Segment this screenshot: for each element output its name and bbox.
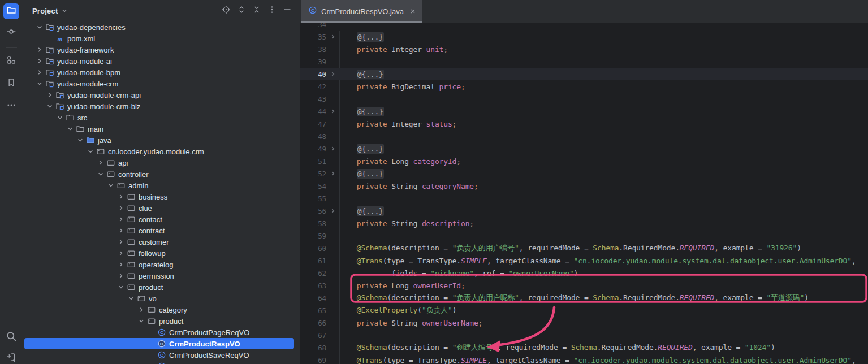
package-icon	[137, 294, 146, 303]
code-line-34: 34	[300, 23, 868, 31]
search-icon	[6, 331, 17, 344]
collapse-all-button[interactable]	[252, 6, 261, 15]
tree-item-yudao-module-ai[interactable]: yudao-module-ai	[23, 55, 300, 67]
tree-item-label: yudao-dependencies	[57, 23, 126, 32]
tree-item-item[interactable]: C	[23, 361, 300, 364]
tree-item-controller[interactable]: controller	[23, 168, 300, 180]
code-editor[interactable]: 3435 @{...}38 private Integer unit;3940 …	[300, 23, 868, 364]
tab-crmproductrespvo[interactable]: C CrmProductRespVO.java	[301, 0, 422, 23]
chevron-down-icon[interactable]	[76, 136, 85, 145]
line-number: 34	[300, 23, 326, 29]
chevron-right-icon[interactable]	[116, 192, 126, 201]
fold-arrow-icon[interactable]	[326, 170, 339, 177]
tree-item-contact[interactable]: contact	[23, 214, 300, 225]
chevron-right-icon[interactable]	[96, 158, 105, 167]
project-panel-title[interactable]: Project	[32, 7, 58, 15]
commit-icon	[6, 27, 16, 39]
hide-panel-button[interactable]	[283, 6, 292, 15]
chevron-down-icon[interactable]	[35, 79, 44, 88]
tree-item-contract[interactable]: contract	[23, 225, 300, 236]
tree-item-yudao-module-crm-api[interactable]: yudao-module-crm-api	[23, 89, 300, 101]
line-number: 61	[300, 257, 326, 265]
chevron-right-icon[interactable]	[116, 215, 126, 224]
chevron-down-icon[interactable]	[66, 124, 75, 133]
code-line-54: 54 private String categoryName;	[300, 180, 868, 192]
chevron-right-icon[interactable]	[116, 249, 126, 258]
chevron-down-icon[interactable]	[35, 23, 44, 32]
code-text: @{...}	[339, 70, 384, 79]
tree-item-operatelog[interactable]: operatelog	[23, 259, 300, 270]
tree-item-yudao-module-crm-biz[interactable]: yudao-module-crm-biz	[23, 101, 300, 112]
chevron-down-icon[interactable]	[96, 170, 105, 179]
chevron-right-icon[interactable]	[116, 271, 126, 280]
tree-item-label: src	[77, 114, 87, 122]
chevron-down-icon[interactable]	[61, 7, 68, 15]
tree-item-followup[interactable]: followup	[23, 248, 300, 259]
project-tree[interactable]: yudao-dependenciesmpom.xmlyudao-framewor…	[23, 21, 300, 364]
chevron-right-icon[interactable]	[35, 45, 44, 54]
tree-item-permission[interactable]: permission	[23, 270, 300, 281]
tree-item-admin[interactable]: admin	[23, 180, 300, 191]
chevron-down-icon[interactable]	[55, 113, 64, 122]
tree-item-cn-iocoder-yudao-module-crm[interactable]: cn.iocoder.yudao.module.crm	[23, 146, 300, 157]
tree-item-yudao-framework[interactable]: yudao-framework	[23, 44, 300, 55]
tree-item-clue[interactable]: clue	[23, 202, 300, 214]
svg-text:C: C	[160, 330, 163, 335]
structure-tool-button[interactable]	[3, 53, 19, 69]
project-tool-button[interactable]	[3, 3, 19, 19]
fold-arrow-icon[interactable]	[326, 107, 339, 115]
code-text: @Trans(type = TransType.SIMPLE, targetCl…	[339, 257, 856, 265]
fold-arrow-icon[interactable]	[326, 70, 339, 78]
chevron-down-icon[interactable]	[106, 181, 115, 190]
chevron-down-icon[interactable]	[116, 283, 126, 292]
chevron-right-icon[interactable]	[116, 203, 126, 213]
tree-item-src[interactable]: src	[23, 112, 300, 123]
tree-item-crmproductrespvo[interactable]: CCrmProductRespVO	[23, 338, 300, 349]
code-line-48: 48	[300, 130, 868, 142]
select-opened-file-button[interactable]	[222, 6, 231, 15]
expand-all-button[interactable]	[237, 6, 246, 15]
tree-item-customer[interactable]: customer	[23, 236, 300, 248]
tree-item-pom-xml[interactable]: mpom.xml	[23, 33, 300, 44]
tree-item-java[interactable]: java	[23, 135, 300, 146]
fold-arrow-icon[interactable]	[326, 207, 339, 215]
fold-arrow-icon[interactable]	[326, 33, 339, 41]
code-line-40: 40 @{...}	[300, 68, 868, 80]
fold-arrow-icon[interactable]	[326, 145, 339, 153]
chevron-right-icon[interactable]	[35, 57, 44, 66]
tree-item-category[interactable]: category	[23, 304, 300, 315]
commit-tool-button[interactable]	[3, 25, 19, 41]
tree-item-vo[interactable]: vo	[23, 293, 300, 304]
options-menu-button[interactable]	[267, 6, 277, 15]
svg-text:m: m	[58, 35, 63, 42]
line-number: 39	[300, 58, 326, 66]
tree-item-yudao-dependencies[interactable]: yudao-dependencies	[23, 21, 300, 33]
chevron-down-icon[interactable]	[86, 147, 95, 156]
tree-item-yudao-module-crm[interactable]: yudao-module-crm	[23, 78, 300, 89]
chevron-down-icon[interactable]	[45, 102, 54, 111]
code-text: @Trans(type = TransType.SIMPLE, targetCl…	[339, 356, 856, 364]
tree-item-label: admin	[128, 181, 148, 190]
chevron-down-icon[interactable]	[137, 317, 146, 326]
chevron-right-icon[interactable]	[137, 305, 146, 314]
search-everywhere-button[interactable]	[3, 330, 19, 345]
tree-item-yudao-module-bpm[interactable]: yudao-module-bpm	[23, 67, 300, 78]
chevron-right-icon[interactable]	[45, 90, 54, 99]
tree-item-main[interactable]: main	[23, 123, 300, 135]
tree-item-crmproductpagereqvo[interactable]: CCrmProductPageReqVO	[23, 327, 300, 338]
tree-item-product[interactable]: product	[23, 315, 300, 327]
close-icon[interactable]	[409, 7, 417, 15]
chevron-right-icon[interactable]	[116, 226, 126, 235]
tree-item-product[interactable]: product	[23, 281, 300, 293]
bookmarks-tool-button[interactable]	[3, 76, 19, 92]
chevron-right-icon[interactable]	[116, 237, 126, 246]
tree-item-crmproductsavereqvo[interactable]: CCrmProductSaveReqVO	[23, 349, 300, 361]
tree-item-api[interactable]: api	[23, 157, 300, 168]
open-tool-window-button[interactable]	[3, 350, 19, 364]
tree-item-business[interactable]: business	[23, 191, 300, 202]
line-number: 42	[300, 83, 326, 91]
more-tool-windows-button[interactable]	[3, 98, 19, 114]
chevron-right-icon[interactable]	[116, 260, 126, 269]
chevron-right-icon[interactable]	[35, 68, 44, 77]
chevron-down-icon[interactable]	[127, 294, 136, 303]
